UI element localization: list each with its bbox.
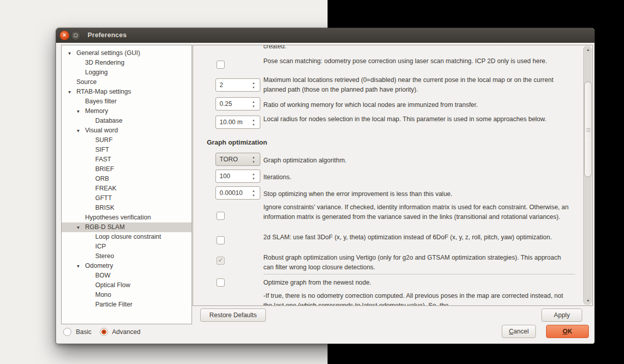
tree-item-label: FAST bbox=[62, 155, 192, 164]
expander-icon[interactable]: ▾ bbox=[77, 126, 79, 135]
epsilon-description: Stop optimizing when the error improveme… bbox=[263, 189, 569, 199]
tree-item-surf[interactable]: SURF bbox=[62, 135, 192, 145]
vertical-scrollbar[interactable]: ▲ ▼ bbox=[583, 46, 592, 305]
spinbox-value: 2 bbox=[220, 81, 223, 89]
graph-optimization-algorithm-combobox[interactable]: TORO ▴▾ bbox=[215, 153, 260, 166]
ok-button[interactable]: OK bbox=[546, 325, 589, 338]
max-local-locations-spinbox[interactable]: 2 ▴▾ bbox=[215, 78, 260, 92]
scroll-up-icon[interactable]: ▲ bbox=[584, 46, 592, 53]
tree-item-label: Loop closure constraint bbox=[62, 232, 192, 242]
spin-down-icon[interactable]: ▾ bbox=[253, 86, 255, 89]
tree-item-bow[interactable]: BOW bbox=[62, 271, 192, 281]
tree-item-sift[interactable]: SIFT bbox=[62, 145, 192, 155]
spin-up-icon[interactable]: ▴ bbox=[253, 118, 255, 122]
apply-button[interactable]: Apply bbox=[541, 309, 582, 322]
epsilon-spinbox[interactable]: 0.00010 ▴▾ bbox=[215, 186, 260, 200]
tree-item-label: Database bbox=[62, 116, 192, 126]
spin-up-icon[interactable]: ▴ bbox=[253, 100, 255, 103]
spin-up-icon[interactable]: ▴ bbox=[253, 189, 255, 192]
tree-item-loop-closure-constraint[interactable]: Loop closure constraint bbox=[62, 232, 192, 242]
robust-vertigo-checkbox bbox=[216, 257, 225, 265]
iterations-spinbox[interactable]: 100 ▴▾ bbox=[215, 170, 260, 183]
tree-item-bayes-filter[interactable]: Bayes filter bbox=[62, 97, 192, 106]
graph-optimization-header: Graph optimization bbox=[207, 138, 267, 146]
expander-icon[interactable]: ▾ bbox=[68, 87, 71, 97]
iterations-description: Iterations. bbox=[263, 173, 569, 182]
spinner-buttons[interactable]: ▴▾ bbox=[251, 116, 260, 128]
spinner-buttons[interactable]: ▴▾ bbox=[251, 79, 260, 91]
tree-item-brisk[interactable]: BRISK bbox=[62, 203, 192, 213]
immunized-ratio-spinbox[interactable]: 0.25 ▴▾ bbox=[215, 97, 260, 110]
spin-down-icon[interactable]: ▾ bbox=[253, 193, 255, 197]
tree-item-orb[interactable]: ORB bbox=[62, 174, 192, 184]
close-button[interactable]: × bbox=[60, 31, 69, 40]
settings-scroll-area: created. Pose scan matching: odometry po… bbox=[193, 45, 593, 306]
tree-item-odometry[interactable]: ▾Odometry bbox=[62, 261, 192, 271]
basic-radio-label: Basic bbox=[76, 328, 92, 335]
tree-item-fast[interactable]: FAST bbox=[62, 155, 192, 164]
tree-item-source[interactable]: Source bbox=[62, 77, 192, 87]
spinbox-value: 100 bbox=[220, 173, 230, 180]
basic-radio[interactable] bbox=[63, 328, 71, 336]
tree-item-label: Optical Flow bbox=[62, 281, 192, 290]
tree-item-gftt[interactable]: GFTT bbox=[62, 193, 192, 203]
tree-item-icp[interactable]: ICP bbox=[62, 242, 192, 251]
spinner-buttons[interactable]: ▴▾ bbox=[251, 170, 260, 182]
spin-up-icon[interactable]: ▴ bbox=[253, 155, 255, 159]
cancel-button[interactable]: Cancel bbox=[502, 325, 536, 338]
tree-item-logging[interactable]: Logging bbox=[62, 68, 192, 77]
advanced-radio[interactable] bbox=[100, 328, 108, 336]
spin-up-icon[interactable]: ▴ bbox=[253, 81, 255, 85]
slam-2d-description: 2d SLAM: use fast 3DoF (x, y, theta) opt… bbox=[263, 233, 569, 242]
tree-item-mono[interactable]: Mono bbox=[62, 290, 192, 300]
tree-item-label: Odometry bbox=[62, 261, 192, 271]
spinner-buttons[interactable]: ▴▾ bbox=[251, 187, 260, 199]
tree-item-general-settings-gui-[interactable]: ▾General settings (GUI) bbox=[62, 48, 192, 58]
ignore-variance-checkbox[interactable] bbox=[216, 212, 225, 220]
tree-item-rtab-map-settings[interactable]: ▾RTAB-Map settings bbox=[62, 87, 192, 97]
tree-item-database[interactable]: Database bbox=[62, 116, 192, 126]
clipped-text: created. bbox=[263, 45, 569, 51]
tree-item-brief[interactable]: BRIEF bbox=[62, 164, 192, 174]
tree-item-freak[interactable]: FREAK bbox=[62, 184, 192, 193]
tree-item-rgb-d-slam[interactable]: ▾RGB-D SLAM bbox=[62, 222, 192, 232]
settings-tree[interactable]: ▾General settings (GUI)3D RenderingLoggi… bbox=[61, 45, 192, 324]
odometry-correction-note: -If true, there is no odometry correctio… bbox=[263, 291, 569, 305]
tree-item-label: Mono bbox=[62, 290, 192, 300]
tree-item-hypotheses-verification[interactable]: Hypotheses verification bbox=[62, 213, 192, 222]
spin-down-icon[interactable]: ▾ bbox=[253, 123, 255, 126]
scrollbar-grip-icon bbox=[586, 128, 590, 133]
spin-up-icon[interactable]: ▴ bbox=[253, 172, 255, 176]
maximize-button[interactable] bbox=[71, 31, 80, 40]
graph-optimization-algorithm-description: Graph optimization algorithm. bbox=[263, 156, 569, 165]
slam-2d-checkbox[interactable] bbox=[216, 236, 225, 244]
titlebar[interactable]: × Preferences bbox=[56, 28, 594, 43]
tree-item-label: GFTT bbox=[62, 193, 192, 203]
spinner-buttons[interactable]: ▴▾ bbox=[251, 153, 260, 165]
spinner-buttons[interactable]: ▴▾ bbox=[251, 98, 260, 110]
tree-item-3d-rendering[interactable]: 3D Rendering bbox=[62, 58, 192, 68]
tree-item-label: Visual word bbox=[62, 126, 192, 135]
optimize-from-newest-checkbox[interactable] bbox=[216, 278, 225, 287]
tree-item-particle-filter[interactable]: Particle Filter bbox=[62, 300, 192, 310]
restore-defaults-button[interactable]: Restore Defaults bbox=[200, 309, 266, 322]
local-radius-spinbox[interactable]: 10.00 m ▴▾ bbox=[215, 116, 260, 129]
tree-item-visual-word[interactable]: ▾Visual word bbox=[62, 126, 192, 135]
ignore-variance-description: Ignore constraints' variance. If checked… bbox=[263, 203, 569, 221]
spinbox-value: 10.00 m bbox=[220, 119, 242, 126]
expander-icon[interactable]: ▾ bbox=[77, 106, 79, 116]
expander-icon[interactable]: ▾ bbox=[77, 261, 79, 271]
scroll-down-icon[interactable]: ▼ bbox=[584, 297, 592, 304]
spin-down-icon[interactable]: ▾ bbox=[253, 104, 255, 108]
expander-icon[interactable]: ▾ bbox=[77, 222, 79, 232]
expander-icon[interactable]: ▾ bbox=[68, 48, 71, 58]
spin-down-icon[interactable]: ▾ bbox=[253, 160, 255, 163]
tree-item-label: Source bbox=[62, 77, 192, 87]
tree-item-stereo[interactable]: Stereo bbox=[62, 251, 192, 261]
scrollbar-thumb[interactable] bbox=[584, 81, 592, 177]
window-title: Preferences bbox=[88, 31, 127, 39]
spin-down-icon[interactable]: ▾ bbox=[253, 177, 255, 180]
pose-scan-matching-checkbox[interactable] bbox=[216, 61, 225, 69]
tree-item-optical-flow[interactable]: Optical Flow bbox=[62, 281, 192, 290]
tree-item-memory[interactable]: ▾Memory bbox=[62, 106, 192, 116]
